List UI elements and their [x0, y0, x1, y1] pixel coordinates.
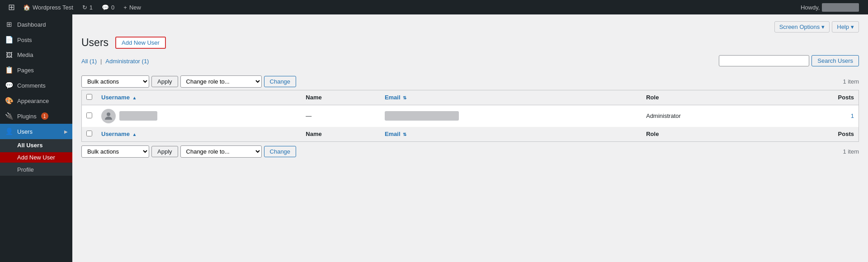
- adminbar-new[interactable]: + New: [119, 0, 146, 14]
- sidebar-item-dashboard[interactable]: ⊞ Dashboard: [0, 17, 72, 32]
- search-row: Search Users: [719, 55, 859, 66]
- sort-asc-icon: ▲: [132, 95, 137, 100]
- new-label: New: [129, 4, 141, 11]
- appearance-icon: 🎨: [5, 97, 14, 105]
- chevron-right-icon: ▶: [64, 129, 68, 134]
- th-username[interactable]: Username ▲: [97, 90, 301, 105]
- sort-arrows-footer-icon: ⇅: [403, 132, 406, 137]
- dashboard-icon: ⊞: [5, 20, 14, 28]
- sidebar-item-appearance[interactable]: 🎨 Appearance: [0, 93, 72, 108]
- filter-bar: All (1) | Administrator (1): [81, 58, 149, 65]
- adminbar-howdy[interactable]: Howdy,: [796, 0, 863, 14]
- submenu-profile[interactable]: Profile: [0, 164, 72, 176]
- sidebar-item-label: Users: [17, 128, 33, 135]
- name-cell: —: [301, 105, 380, 127]
- apply-bottom-button[interactable]: Apply: [151, 146, 178, 157]
- item-count-bottom: 1 item: [843, 148, 859, 155]
- updates-icon: ↻: [82, 4, 87, 11]
- email-cell: [380, 105, 642, 127]
- bulk-actions-bottom-select[interactable]: Bulk actions: [81, 145, 149, 158]
- toolbar-bottom: Bulk actions Apply Change role to... Cha…: [81, 145, 859, 158]
- sidebar-item-label: Media: [17, 51, 33, 58]
- item-count-top: 1 item: [843, 78, 859, 85]
- adminbar-site[interactable]: 🏠 Wordpress Test: [19, 0, 78, 14]
- sidebar-item-pages[interactable]: 📋 Pages: [0, 62, 72, 78]
- change-role-top-select[interactable]: Change role to...: [180, 75, 262, 88]
- tfoot-checkbox: [82, 127, 97, 142]
- filter-separator: |: [100, 58, 102, 65]
- chevron-down-icon: ▾: [851, 23, 854, 30]
- email-text: [385, 111, 459, 121]
- sidebar-item-label: Dashboard: [17, 21, 46, 28]
- tfoot-th-role: Role: [642, 127, 779, 142]
- select-all-footer-checkbox[interactable]: [86, 131, 92, 136]
- sidebar-item-label: Comments: [17, 82, 46, 89]
- th-checkbox: [82, 90, 97, 105]
- role-cell: Administrator: [642, 105, 779, 127]
- comments-count: 0: [111, 4, 114, 11]
- media-icon: 🖼: [5, 51, 14, 59]
- admin-username: [822, 3, 859, 12]
- plugins-icon: 🔌: [5, 112, 14, 120]
- home-icon: 🏠: [23, 4, 30, 11]
- sidebar-item-label: Posts: [17, 37, 32, 43]
- posts-icon: 📄: [5, 36, 14, 44]
- howdy-label: Howdy,: [801, 4, 820, 11]
- filter-administrator[interactable]: Administrator (1): [105, 58, 149, 65]
- page-header: Users Add New User: [81, 36, 859, 50]
- chevron-down-icon: ▾: [821, 23, 825, 30]
- row-checkbox[interactable]: [86, 112, 92, 118]
- th-role: Role: [642, 90, 779, 105]
- comments-icon: 💬: [102, 4, 109, 11]
- apply-top-button[interactable]: Apply: [151, 76, 178, 87]
- change-bottom-button[interactable]: Change: [264, 146, 297, 157]
- sidebar-item-users[interactable]: 👤 Users ▶: [0, 124, 72, 139]
- sidebar-item-posts[interactable]: 📄 Posts: [0, 32, 72, 47]
- adminbar-comments[interactable]: 💬 0: [97, 0, 119, 14]
- th-posts: Posts: [779, 90, 859, 105]
- posts-count-link[interactable]: 1: [851, 112, 854, 119]
- change-top-button[interactable]: Change: [264, 76, 297, 87]
- search-input[interactable]: [719, 55, 809, 66]
- th-name: Name: [301, 90, 380, 105]
- tfoot-th-name: Name: [301, 127, 380, 142]
- wp-logo-icon[interactable]: ⊞: [5, 2, 19, 12]
- sort-arrows-icon: ⇅: [403, 95, 406, 100]
- username-cell: [97, 105, 301, 127]
- add-new-user-button[interactable]: Add New User: [115, 37, 166, 49]
- row-checkbox-cell: [82, 105, 97, 127]
- sidebar-item-plugins[interactable]: 🔌 Plugins 1: [0, 108, 72, 124]
- sidebar: ⊞ Dashboard 📄 Posts 🖼 Media 📋 Pages 💬 Co…: [0, 14, 72, 262]
- sidebar-item-media[interactable]: 🖼 Media: [0, 47, 72, 62]
- search-users-button[interactable]: Search Users: [811, 55, 859, 66]
- pages-icon: 📋: [5, 66, 14, 74]
- plugins-badge: 1: [41, 112, 48, 120]
- help-button[interactable]: Help ▾: [832, 21, 859, 33]
- admin-bar: ⊞ 🏠 Wordpress Test ↻ 1 💬 0 + New Howdy,: [0, 0, 868, 14]
- svg-point-0: [107, 112, 110, 116]
- select-all-checkbox[interactable]: [86, 94, 92, 100]
- change-role-bottom-select[interactable]: Change role to...: [180, 145, 262, 158]
- tfoot-th-email[interactable]: Email ⇅: [380, 127, 642, 142]
- filter-all[interactable]: All (1): [81, 58, 97, 65]
- users-icon: 👤: [5, 127, 14, 136]
- toolbar-top: Bulk actions Apply Change role to... Cha…: [81, 75, 859, 88]
- th-email[interactable]: Email ⇅: [380, 90, 642, 105]
- users-table: Username ▲ Name Email ⇅ Role Posts: [81, 90, 859, 142]
- bulk-actions-top-select[interactable]: Bulk actions: [81, 75, 149, 88]
- submenu-all-users[interactable]: All Users: [0, 139, 72, 151]
- sidebar-item-label: Pages: [17, 67, 34, 74]
- screen-options-button[interactable]: Screen Options ▾: [774, 21, 830, 33]
- tfoot-th-username[interactable]: Username ▲: [97, 127, 301, 142]
- sidebar-item-comments[interactable]: 💬 Comments: [0, 78, 72, 93]
- users-submenu: All Users Add New User Profile: [0, 139, 72, 176]
- plus-icon: +: [123, 4, 127, 11]
- comments-nav-icon: 💬: [5, 81, 14, 89]
- adminbar-updates[interactable]: ↻ 1: [78, 0, 97, 14]
- submenu-add-new-user[interactable]: Add New User: [0, 152, 72, 163]
- username-text[interactable]: [119, 111, 157, 121]
- avatar: [101, 109, 116, 123]
- tfoot-th-posts: Posts: [779, 127, 859, 142]
- updates-count: 1: [90, 4, 93, 11]
- main-content: Screen Options ▾ Help ▾ Users Add New Us…: [72, 14, 868, 262]
